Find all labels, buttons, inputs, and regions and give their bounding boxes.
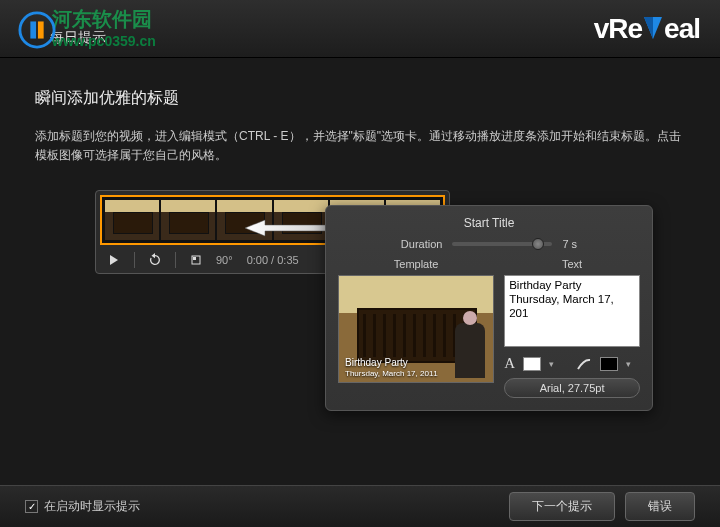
rotate-icon (190, 254, 202, 266)
duration-label: Duration (401, 238, 443, 250)
text-line2: Thursday, March 17, 201 (509, 293, 635, 321)
template-preview[interactable]: Birthday Party Thursday, March 17, 2011 (338, 275, 494, 383)
checkbox-label: 在启动时显示提示 (44, 498, 140, 515)
text-line1: Birthday Party (509, 279, 635, 293)
template-caption-line2: Thursday, March 17, 2011 (345, 369, 438, 379)
template-col-label: Template (338, 258, 494, 270)
template-caption: Birthday Party Thursday, March 17, 2011 (345, 357, 438, 379)
timeline-thumb[interactable] (105, 200, 159, 240)
font-picker-button[interactable]: Arial, 27.75pt (504, 378, 640, 398)
svg-marker-4 (644, 17, 653, 39)
rotation-label: 90° (216, 254, 233, 266)
error-button[interactable]: 错误 (625, 492, 695, 521)
demo-illustration: 90° 0:00 / 0:35 Start Title Duration 7 s… (95, 190, 685, 274)
text-color-swatch[interactable] (523, 357, 541, 371)
tip-description: 添加标题到您的视频，进入编辑模式（CTRL - E），并选择"标题"选项卡。通过… (35, 127, 685, 165)
refresh-button[interactable] (145, 251, 165, 269)
svg-rect-8 (193, 257, 196, 260)
footer-bar: ✓ 在启动时显示提示 下一个提示 错误 (0, 485, 720, 527)
duration-value: 7 s (562, 238, 577, 250)
tip-title: 瞬间添加优雅的标题 (35, 88, 685, 109)
timeline-thumb[interactable] (274, 200, 328, 240)
template-caption-line1: Birthday Party (345, 357, 438, 369)
brand-logo: vReeal (594, 13, 700, 45)
play-icon (109, 255, 119, 265)
rotate-button[interactable] (186, 251, 206, 269)
text-col-label: Text (504, 258, 640, 270)
next-tip-button[interactable]: 下一个提示 (509, 492, 615, 521)
watermark-site: 河东软件园 (52, 8, 152, 30)
duration-row: Duration 7 s (338, 238, 640, 250)
title-text-input[interactable]: Birthday Party Thursday, March 17, 201 (504, 275, 640, 347)
slider-thumb[interactable] (532, 238, 544, 250)
text-tools-row: A ▾ ▾ (504, 355, 640, 372)
checkbox-icon: ✓ (25, 500, 38, 513)
duration-slider[interactable] (452, 242, 552, 246)
svg-marker-5 (110, 255, 118, 265)
time-display: 0:00 / 0:35 (247, 254, 299, 266)
svg-rect-2 (38, 21, 44, 38)
refresh-icon (148, 253, 162, 267)
brand-v-icon (642, 15, 664, 41)
play-button[interactable] (104, 251, 124, 269)
show-on-startup-checkbox[interactable]: ✓ 在启动时显示提示 (25, 498, 140, 515)
title-editor-panel: Start Title Duration 7 s Template Birthd… (325, 205, 653, 411)
svg-point-0 (20, 13, 54, 47)
content-area: 瞬间添加优雅的标题 添加标题到您的视频，进入编辑模式（CTRL - E），并选择… (0, 58, 720, 294)
outline-color-swatch[interactable] (600, 357, 618, 371)
watermark-url: www.pc0359.cn (52, 33, 156, 49)
panel-heading: Start Title (338, 216, 640, 230)
text-color-dropdown-icon[interactable]: ▾ (549, 359, 554, 369)
watermark-overlay: 河东软件园 www.pc0359.cn (10, 6, 156, 51)
timeline-thumb[interactable] (217, 200, 271, 240)
svg-marker-6 (152, 253, 156, 258)
svg-rect-1 (30, 21, 36, 38)
brush-icon (576, 357, 592, 371)
outline-color-dropdown-icon[interactable]: ▾ (626, 359, 631, 369)
timeline-thumb[interactable] (161, 200, 215, 240)
control-divider (134, 252, 135, 268)
watermark-logo-icon (18, 11, 56, 49)
control-divider (175, 252, 176, 268)
text-color-label: A (504, 355, 515, 372)
